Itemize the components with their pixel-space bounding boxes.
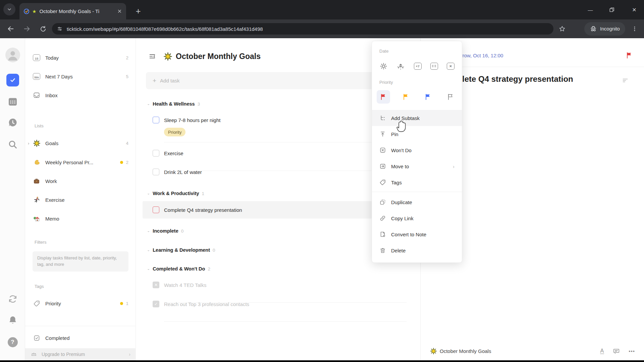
sidebar-item-next7days[interactable]: We Next 7 Days 5	[25, 68, 136, 85]
sidebar-item-memo[interactable]: Memo	[25, 210, 136, 227]
description-icon[interactable]	[622, 77, 629, 84]
task-checkbox-done[interactable]: ✓	[153, 301, 159, 307]
menu-item-wont-do[interactable]: Won't Do	[372, 142, 462, 158]
item-count: 1	[126, 301, 128, 306]
section-chevron-icon[interactable]: ⌄	[147, 229, 150, 233]
trash-icon	[379, 247, 386, 254]
minimize-button[interactable]: —	[581, 0, 600, 19]
section-completed-wontdo[interactable]: ⌄ Completed & Won't Do 2	[147, 262, 210, 276]
item-count: 2	[126, 160, 128, 165]
section-health-wellness[interactable]: ⌄ Health & Wellness 3	[147, 97, 200, 111]
user-avatar[interactable]	[0, 48, 25, 62]
menu-item-add-subtask[interactable]: Add Subtask	[372, 110, 462, 126]
sidebar-toggle-icon[interactable]	[149, 53, 156, 60]
priority-high-flag-icon[interactable]	[377, 90, 390, 104]
section-learning-development[interactable]: ⌄ Learning & Development 0	[147, 243, 215, 257]
filters-hint[interactable]: Display tasks filtered by list, date, pr…	[33, 251, 128, 272]
menu-item-copy-link[interactable]: Copy Link	[372, 210, 462, 226]
more-options-button[interactable]: •••	[629, 348, 635, 354]
sidebar-item-weekly-personal[interactable]: Weekly Personal Pr... 2	[25, 154, 136, 171]
date-next-week-icon[interactable]: +7	[414, 63, 422, 70]
help-button[interactable]: ?	[0, 337, 25, 347]
browser-window: ★ October Monthly Goals - Ti + — ✕ tickt	[0, 0, 644, 362]
section-name: Work & Productivity	[153, 191, 199, 196]
date-tomorrow-icon[interactable]	[396, 62, 405, 70]
menu-item-tags[interactable]: Tags	[372, 174, 462, 190]
task-tag-priority[interactable]: Priority	[164, 128, 185, 136]
menu-item-move-to[interactable]: Move to ›	[372, 158, 462, 174]
sidebar-item-completed[interactable]: Completed	[25, 329, 136, 347]
sidebar-item-today[interactable]: 15 Today 2	[25, 49, 136, 66]
comment-button[interactable]	[613, 348, 620, 355]
date-custom-icon[interactable]	[430, 63, 438, 70]
section-count: 1	[202, 191, 205, 196]
upgrade-premium-bar[interactable]: Upgrade to Premium ›	[25, 348, 136, 360]
section-name: Health & Wellness	[153, 101, 195, 107]
ticktick-favicon-icon	[23, 8, 30, 14]
priority-medium-flag-icon[interactable]	[399, 90, 413, 104]
back-button[interactable]	[4, 22, 17, 36]
priority-flag-icon[interactable]	[626, 52, 633, 59]
date-today-icon[interactable]	[379, 62, 388, 70]
date-clear-icon[interactable]: ✕	[447, 63, 454, 70]
task-checkbox-wontdo[interactable]: ✕	[153, 282, 159, 288]
search-nav-button[interactable]	[0, 139, 25, 149]
task-row-completed[interactable]: ✓ Reach out Top 3 professional contacts	[146, 295, 410, 313]
browser-menu-button[interactable]	[628, 22, 641, 36]
task-row-wont-do[interactable]: ✕ Watch 4 TED Talks	[146, 276, 410, 294]
sync-icon	[8, 294, 18, 304]
sidebar-item-exercise[interactable]: Exercise	[25, 191, 136, 208]
section-chevron-icon[interactable]: ⌄	[147, 248, 150, 252]
section-chevron-icon[interactable]: ⌄	[147, 267, 150, 270]
restore-button[interactable]	[602, 0, 621, 19]
menu-item-duplicate[interactable]: Duplicate	[372, 194, 462, 210]
task-row[interactable]: Drink 2L of water	[146, 163, 410, 181]
reload-button[interactable]	[36, 22, 50, 36]
sidebar-item-tag-priority[interactable]: Priority 1	[25, 295, 136, 312]
browser-tab[interactable]: ★ October Monthly Goals - Ti	[19, 3, 126, 19]
section-count: 0	[181, 229, 184, 234]
sidebar-item-work[interactable]: Work	[25, 172, 136, 190]
sync-button[interactable]	[0, 294, 25, 304]
menu-item-pin[interactable]: Pin	[372, 126, 462, 142]
house-icon	[33, 215, 41, 222]
task-checkbox[interactable]	[153, 206, 159, 213]
tab-search-button[interactable]	[3, 3, 15, 15]
sidebar-item-goals[interactable]: › Goals 4	[25, 134, 136, 152]
sidebar-item-label: Memo	[45, 216, 128, 222]
detail-list-name[interactable]: October Monthly Goals	[440, 348, 591, 354]
add-task-input[interactable]: + Add task	[146, 72, 407, 89]
font-size-button[interactable]: A	[600, 348, 604, 354]
expand-chevron-icon[interactable]: ›	[28, 141, 29, 146]
move-to-icon	[379, 163, 386, 170]
note-icon	[379, 231, 386, 238]
calendar-nav-button[interactable]	[0, 96, 25, 107]
menu-item-convert-to-note[interactable]: Convert to Note	[372, 226, 462, 242]
priority-none-flag-icon[interactable]	[444, 90, 457, 104]
section-chevron-icon[interactable]: ⌄	[147, 192, 150, 195]
forward-button[interactable]	[20, 22, 34, 36]
pomodoro-nav-button[interactable]	[0, 117, 25, 128]
bookmark-button[interactable]	[555, 22, 569, 36]
task-checkbox[interactable]	[153, 117, 159, 123]
task-checkbox[interactable]	[153, 150, 159, 157]
section-chevron-icon[interactable]: ⌄	[147, 102, 150, 106]
focus-clock-icon	[7, 117, 18, 128]
task-row[interactable]: Exercise	[146, 144, 410, 162]
section-work-productivity[interactable]: ⌄ Work & Productivity 1	[147, 187, 204, 200]
close-button[interactable]: ✕	[625, 0, 644, 19]
menu-item-delete[interactable]: Delete	[372, 242, 462, 258]
restore-icon	[609, 7, 614, 12]
tab-close-icon[interactable]	[117, 9, 122, 14]
url-bar[interactable]: ticktick.com/webapp/#p/68f081048f087e698…	[52, 23, 553, 35]
task-row[interactable]: Sleep 7-8 hours per night	[146, 111, 410, 129]
section-incomplete[interactable]: ⌄ Incomplete 0	[147, 224, 183, 238]
tasks-nav-button[interactable]	[0, 74, 25, 86]
comment-icon	[613, 348, 620, 355]
priority-low-flag-icon[interactable]	[421, 90, 435, 104]
new-tab-button[interactable]: +	[132, 5, 144, 17]
task-checkbox[interactable]	[153, 169, 159, 175]
notifications-button[interactable]	[0, 315, 25, 325]
person-icon	[5, 48, 20, 62]
sidebar-item-inbox[interactable]: Inbox	[25, 86, 136, 104]
